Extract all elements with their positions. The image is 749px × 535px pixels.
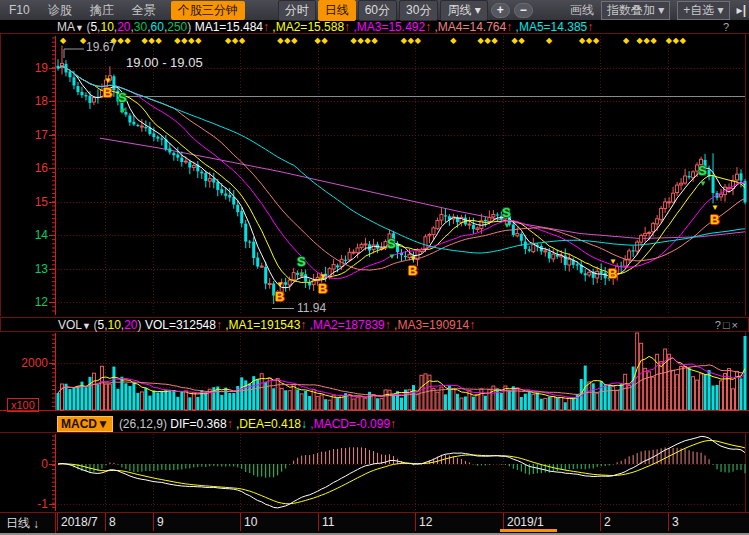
draw-line-button[interactable]: 画线: [570, 2, 594, 19]
header-segment: MA: [57, 20, 75, 34]
header-segment: ,MA3=190914: [391, 318, 469, 332]
tab-intraday[interactable]: 分时: [278, 0, 316, 21]
event-diamond-icon: ◆: [586, 37, 592, 45]
price-range-label: 19.00 - 19.05: [126, 55, 203, 70]
event-diamond-icon: ◆: [314, 37, 320, 45]
volume-indicator-header[interactable]: VOL▼ (5,10,20) VOL=312548↑ ,MA1=191543↑ …: [0, 317, 749, 332]
header-segment: ,MACD=-0.099: [307, 417, 390, 431]
period-label: 日线: [6, 515, 30, 532]
header-segment: ,MA1=191543: [222, 318, 300, 332]
event-diamond-icon: ◆: [546, 37, 552, 45]
stock-chart-window: F10 诊股 擒庄 全景 个股三分钟 分时 日线 60分 30分 周线 ▾ + …: [0, 0, 749, 535]
macd-indicator-header[interactable]: MACD▼ (26,12,9) DIF=0.368↑ ,DEA=0.418↓ ,…: [0, 415, 749, 433]
event-diamond-icon: ◆: [401, 37, 407, 45]
help-icon[interactable]: ?: [715, 319, 723, 331]
add-watchlist-dropdown[interactable]: +自选 ▾: [677, 1, 729, 20]
event-diamond-icon: ◆: [284, 37, 290, 45]
price-axis-label: 19: [26, 61, 48, 75]
event-diamond-icon: ◆: [371, 37, 377, 45]
price-axis-label: 18: [26, 94, 48, 108]
event-diamond-icon: ◆: [484, 37, 490, 45]
price-axis-label: 13: [26, 262, 48, 276]
event-diamond-icon: ◆: [188, 37, 194, 45]
header-segment: 60: [151, 20, 164, 34]
event-diamond-icon: ◆: [666, 37, 672, 45]
period-down-arrow-icon: ↓: [33, 517, 39, 531]
menu-diagnose-stock[interactable]: 诊股: [39, 2, 81, 19]
buy-marker: B: [275, 290, 284, 303]
buy-signal-arrow-icon: ▼: [409, 255, 417, 263]
header-segment: ,MA2=15.588: [269, 20, 344, 34]
date-label: 8: [109, 515, 116, 529]
date-label: 11: [322, 515, 334, 529]
sell-signal-arrow-icon: ▼: [298, 271, 306, 279]
header-segment: ,MA4=14.764: [431, 20, 506, 34]
menu-panorama[interactable]: 全景: [123, 2, 165, 19]
sell-signal-arrow-icon: ▼: [119, 107, 127, 115]
low-price-label: 11.94: [297, 301, 326, 315]
collapse-panel-icon[interactable]: ▸|: [737, 3, 746, 17]
price-axis-label: 16: [26, 161, 48, 175]
event-diamond-icon: ◆: [364, 37, 370, 45]
vol-values-text: VOL▼ (5,10,20) VOL=312548↑ ,MA1=191543↑ …: [58, 318, 475, 332]
date-label: 10: [244, 515, 257, 529]
sell-marker: S: [387, 237, 396, 250]
date-tick: [57, 513, 58, 531]
event-diamond-icon: ◆: [174, 37, 180, 45]
timeline-scrollbar-thumb[interactable]: [500, 529, 557, 532]
volume-scale-label: x100: [7, 398, 39, 412]
buy-marker: B: [608, 267, 617, 280]
buy-signal-arrow-icon: ▼: [276, 281, 284, 289]
zoom-in-button[interactable]: +: [491, 3, 510, 18]
date-tick: [240, 513, 241, 531]
date-label: 2018/7: [61, 515, 98, 529]
macd-pane-canvas[interactable]: [0, 433, 749, 512]
close-icon[interactable]: ×: [732, 319, 740, 331]
header-segment: ,MA2=187839: [306, 318, 384, 332]
header-segment: 10: [100, 20, 113, 34]
event-diamond-icon: ◆: [636, 37, 642, 45]
maximize-icon[interactable]: □: [723, 319, 732, 331]
header-segment: VOL=312548: [145, 318, 216, 332]
help-icon[interactable]: ?: [723, 21, 731, 33]
event-diamond-icon: ◆: [142, 37, 148, 45]
stock-3min-button[interactable]: 个股三分钟: [171, 1, 245, 20]
period-tab-group: 分时 日线 60分 30分 周线 ▾: [277, 0, 489, 21]
vol-pane-icons[interactable]: ?□×: [684, 307, 740, 343]
event-diamond-icon: ◆: [232, 37, 238, 45]
period-selector[interactable]: 日线 ↓: [0, 513, 56, 534]
index-overlay-dropdown[interactable]: 指数叠加 ▾: [601, 1, 670, 20]
sell-marker: S: [698, 164, 707, 177]
macd-dropdown[interactable]: MACD▼: [57, 416, 113, 432]
tab-30min[interactable]: 30分: [399, 0, 438, 21]
date-tick: [415, 513, 416, 531]
buy-marker: B: [318, 282, 327, 295]
macd-axis-label: -1: [28, 497, 48, 511]
price-pane-canvas[interactable]: [0, 34, 749, 316]
header-segment: 20: [117, 20, 130, 34]
high-price-label: 19.67: [86, 40, 116, 54]
tab-weekly-dropdown[interactable]: 周线 ▾: [440, 0, 487, 21]
tab-daily[interactable]: 日线: [318, 0, 356, 21]
date-tick: [600, 513, 601, 531]
tab-60min[interactable]: 60分: [358, 0, 397, 21]
event-diamond-icon: ◆: [477, 37, 483, 45]
event-diamond-icon: ◆: [450, 37, 456, 45]
header-segment: 10: [107, 318, 120, 332]
sell-signal-arrow-icon: ▼: [388, 253, 396, 261]
volume-pane-canvas[interactable]: [0, 332, 749, 411]
header-segment: MA1=15.484: [195, 20, 263, 34]
date-tick: [318, 513, 319, 531]
sell-marker: S: [297, 255, 306, 268]
ma-indicator-header[interactable]: MA▼ (5,10,20,30,60,250) MA1=15.484↑ ,MA2…: [0, 20, 749, 34]
header-segment: 30: [134, 20, 147, 34]
price-axis-label: 15: [26, 195, 48, 209]
toolbar-right-group: 画线 指数叠加 ▾ +自选 ▾ ▸|: [570, 1, 749, 20]
buy-signal-arrow-icon: ▼: [319, 273, 327, 281]
zoom-out-button[interactable]: −: [514, 3, 533, 18]
menu-f10[interactable]: F10: [0, 3, 39, 17]
menu-qinzhuang[interactable]: 擒庄: [81, 2, 123, 19]
event-diamond-icon: ◆: [181, 37, 187, 45]
buy-signal-arrow-icon: ▼: [104, 77, 112, 85]
date-tick: [668, 513, 669, 531]
